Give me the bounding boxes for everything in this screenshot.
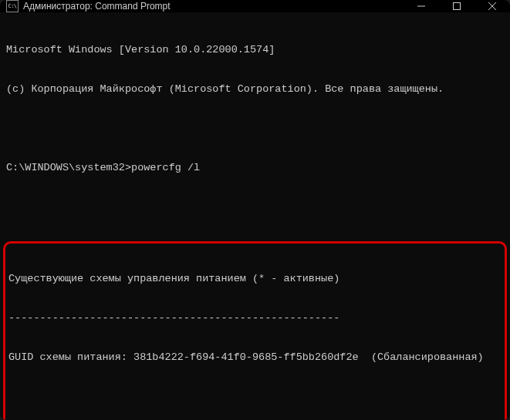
prompt-path: C:\WINDOWS\system32> [6, 162, 131, 173]
output-highlight: Существующие схемы управления питанием (… [3, 241, 507, 420]
output-separator: ----------------------------------------… [8, 311, 502, 324]
copyright-line: (c) Корпорация Майкрософт (Microsoft Cor… [6, 82, 504, 96]
app-icon: C:\ [6, 0, 19, 12]
output-heading: Существующие схемы управления питанием (… [8, 272, 502, 285]
prompt-line-1: C:\WINDOWS\system32>powercfg /l [6, 161, 504, 174]
close-icon [488, 2, 496, 10]
minimize-button[interactable] [404, 0, 439, 12]
command-prompt-window: C:\ Администратор: Command Prompt Micros… [0, 0, 510, 420]
svg-rect-1 [454, 3, 461, 10]
titlebar[interactable]: C:\ Администратор: Command Prompt [0, 0, 510, 12]
close-button[interactable] [475, 0, 510, 12]
minimize-icon [417, 2, 425, 10]
window-controls [404, 0, 510, 12]
power-scheme-line: GUID схемы питания: 381b4222-f694-41f0-9… [8, 351, 502, 364]
prompt-command: powercfg /l [131, 162, 200, 173]
maximize-button[interactable] [439, 0, 475, 12]
terminal-area[interactable]: Microsoft Windows [Version 10.0.22000.15… [0, 12, 510, 420]
window-title: Администратор: Command Prompt [23, 1, 171, 12]
version-line: Microsoft Windows [Version 10.0.22000.15… [6, 43, 504, 56]
maximize-icon [453, 2, 461, 10]
